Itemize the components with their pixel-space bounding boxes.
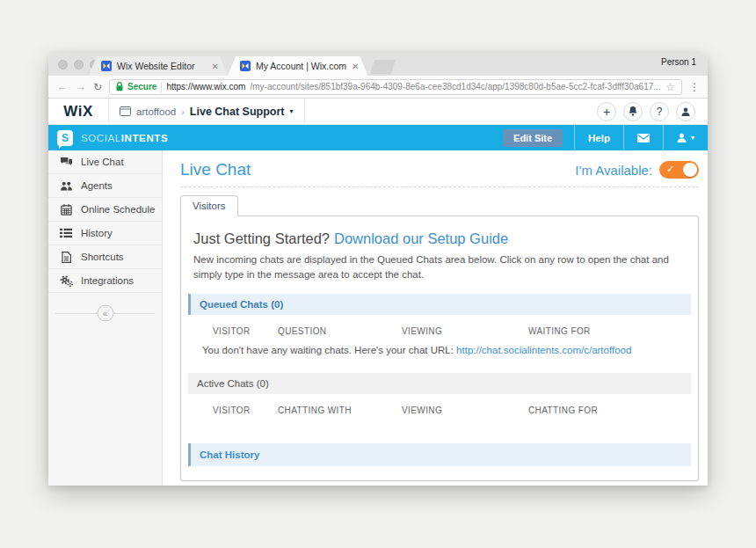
- page-title: Live Chat: [180, 160, 251, 179]
- app-content: Live Chat Agents Online Schedule History…: [48, 150, 708, 486]
- browser-tab-editor[interactable]: Wix Website Editor ✕: [89, 56, 228, 76]
- chat-url-link[interactable]: http://chat.socialintents.com/c/artoffoo…: [456, 345, 631, 355]
- browser-tab-strip: Wix Website Editor ✕ My Account | Wix.co…: [48, 53, 708, 76]
- check-icon: ✓: [666, 164, 674, 175]
- sidebar-collapse-row: «: [48, 304, 162, 322]
- forward-icon[interactable]: →: [75, 81, 86, 92]
- browser-tab-my-account[interactable]: My Account | Wix.com ✕: [228, 56, 367, 76]
- sidebar-item-label: Agents: [81, 180, 113, 191]
- messages-button[interactable]: [624, 125, 663, 150]
- breadcrumb-site-name[interactable]: artoffood: [136, 106, 176, 117]
- column-header: QUESTION: [278, 326, 402, 336]
- envelope-icon: [637, 134, 650, 142]
- minimize-window-icon[interactable]: [74, 60, 84, 69]
- chevron-right-icon: ›: [181, 106, 185, 117]
- user-menu[interactable]: ▾: [664, 125, 708, 150]
- queued-chats-columns: VISITOR QUESTION VIEWING WAITING FOR: [188, 315, 691, 345]
- empty-text: You don't have any waiting chats. Here's…: [202, 345, 454, 355]
- browser-menu-icon[interactable]: ⋮: [689, 81, 700, 93]
- back-icon[interactable]: ←: [56, 81, 68, 92]
- getting-started-description: New incoming chats are displayed in the …: [193, 252, 686, 283]
- brand-bold: INTENTS: [121, 133, 168, 143]
- account-button[interactable]: [676, 102, 695, 121]
- main-header: Live Chat I'm Available: ✓: [180, 150, 699, 187]
- address-bar[interactable]: Secure https://www.wix.com/my-account/si…: [109, 79, 682, 95]
- availability-toggle[interactable]: ✓: [659, 161, 699, 179]
- add-button[interactable]: +: [597, 102, 616, 121]
- getting-started-heading: Just Getting Started?Download our Setup …: [193, 230, 686, 247]
- chat-history-bar: Chat History: [188, 443, 691, 466]
- getting-started-text: Just Getting Started?: [193, 230, 330, 246]
- wix-header: WiX artoffood › Live Chat Support ▾ + ?: [48, 99, 708, 125]
- help-menu[interactable]: Help: [575, 125, 623, 150]
- breadcrumb[interactable]: artoffood › Live Chat Support ▾: [108, 99, 305, 124]
- tab-row: Visitors: [180, 194, 699, 216]
- socialintents-app-bar: S SOCIALINTENTS Edit Site Help ▾: [48, 125, 708, 150]
- close-window-icon[interactable]: [58, 60, 68, 69]
- socialintents-logo-icon: S: [57, 130, 73, 146]
- sidebar-item-history[interactable]: History: [48, 222, 162, 245]
- sidebar-item-label: Live Chat: [81, 157, 124, 167]
- chat-history-link[interactable]: Chat History: [200, 449, 259, 460]
- app-bar-actions: Edit Site Help ▾: [503, 125, 708, 150]
- availability-control: I'm Available: ✓: [575, 161, 699, 179]
- tab-title: My Account | Wix.com: [256, 61, 346, 71]
- sidebar-item-shortcuts[interactable]: Shortcuts: [48, 245, 162, 269]
- setup-guide-link[interactable]: Download our Setup Guide: [334, 230, 508, 246]
- sidebar-item-integrations[interactable]: Integrations: [48, 269, 162, 293]
- queued-empty-message: You don't have any waiting chats. Here's…: [188, 345, 691, 355]
- sidebar: Live Chat Agents Online Schedule History…: [48, 150, 163, 486]
- bell-icon: [629, 106, 637, 116]
- url-path: /my-account/sites/851bf39a-964b-4309-8e6…: [250, 82, 660, 91]
- list-icon: [59, 228, 73, 238]
- column-header: CHATTING FOR: [528, 406, 691, 415]
- close-tab-icon[interactable]: ✕: [212, 62, 219, 71]
- bookmark-star-icon[interactable]: ☆: [665, 81, 675, 93]
- breadcrumb-app-name[interactable]: Live Chat Support: [190, 106, 285, 118]
- help-button[interactable]: ?: [650, 102, 669, 121]
- secure-badge[interactable]: Secure: [127, 82, 156, 91]
- tab-visitors[interactable]: Visitors: [180, 195, 238, 216]
- divider: [161, 82, 162, 92]
- lock-icon: [116, 82, 123, 91]
- notifications-button[interactable]: [623, 102, 643, 121]
- main-panel: Live Chat I'm Available: ✓ Visitors Just…: [163, 150, 708, 486]
- active-chats-header[interactable]: Active Chats (0): [188, 373, 691, 394]
- sidebar-item-label: Shortcuts: [81, 252, 124, 262]
- queued-chats-header[interactable]: Queued Chats (0): [188, 294, 691, 315]
- wix-header-actions: + ?: [597, 102, 708, 121]
- close-tab-icon[interactable]: ✕: [352, 62, 359, 71]
- column-header: CHATTING WITH: [278, 406, 402, 415]
- chevron-down-icon[interactable]: ▾: [290, 107, 294, 115]
- users-icon: [59, 181, 73, 191]
- sidebar-item-live-chat[interactable]: Live Chat: [48, 150, 162, 174]
- wix-favicon-icon: [240, 61, 251, 71]
- file-icon: [59, 252, 73, 263]
- wix-logo: WiX: [48, 103, 108, 121]
- person-icon: [681, 107, 690, 116]
- chevron-down-icon: ▾: [691, 134, 694, 142]
- reload-icon[interactable]: ↻: [93, 82, 102, 92]
- site-icon: [120, 106, 131, 116]
- sidebar-item-label: History: [81, 228, 113, 238]
- browser-toolbar: ← → ↻ Secure https://www.wix.com/my-acco…: [48, 76, 708, 99]
- column-header: VISITOR: [213, 326, 278, 336]
- new-tab-button[interactable]: [369, 60, 396, 75]
- browser-window: Wix Website Editor ✕ My Account | Wix.co…: [48, 53, 708, 486]
- comments-icon: [59, 157, 73, 167]
- column-header: VIEWING: [402, 326, 528, 336]
- sidebar-item-agents[interactable]: Agents: [48, 174, 162, 198]
- edit-site-button[interactable]: Edit Site: [503, 129, 563, 147]
- visitors-panel: Just Getting Started?Download our Setup …: [180, 216, 699, 481]
- browser-profile-name[interactable]: Person 1: [661, 57, 696, 67]
- gears-icon: [59, 275, 73, 287]
- sidebar-item-online-schedule[interactable]: Online Schedule: [48, 198, 162, 222]
- sidebar-item-label: Online Schedule: [81, 204, 155, 215]
- url-domain: https://www.wix.com: [166, 82, 245, 91]
- column-header: VIEWING: [402, 406, 528, 415]
- collapse-sidebar-button[interactable]: «: [97, 305, 113, 322]
- column-header: VISITOR: [213, 406, 278, 415]
- brand-light: SOCIAL: [81, 133, 121, 143]
- brand-name: SOCIALINTENTS: [81, 133, 168, 143]
- toggle-knob: [683, 163, 697, 177]
